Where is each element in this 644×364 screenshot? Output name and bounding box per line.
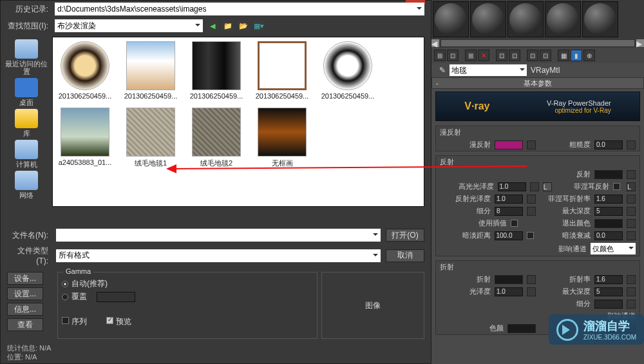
reflect-swatch[interactable] — [594, 170, 623, 179]
diffuse-swatch[interactable] — [495, 140, 523, 149]
affect-combo[interactable]: 仅颜色 — [591, 243, 636, 254]
place-library[interactable]: 库 — [3, 109, 50, 137]
material-slot[interactable] — [507, 1, 544, 37]
gamma-group: Gamma 自动(推荐) 覆盖 序列 预览 — [57, 272, 317, 339]
play-icon — [556, 319, 578, 341]
newfolder-icon[interactable]: 📂 — [238, 20, 249, 32]
checker-icon[interactable]: ▦ — [558, 50, 569, 61]
places-bar: 最近访问的位置 桌面 库 计算机 网络 — [3, 37, 50, 225]
file-item[interactable]: 201306250459... — [122, 41, 179, 100]
assign-icon[interactable]: ⊞ — [465, 50, 477, 61]
open-button[interactable]: 打开(O) — [386, 229, 424, 242]
history-label: 历史记录: — [7, 4, 51, 15]
material-slots[interactable] — [431, 0, 644, 39]
roughness-map-button[interactable] — [627, 140, 636, 149]
material-slot[interactable] — [582, 1, 618, 37]
cancel-button[interactable]: 取消 — [386, 249, 424, 262]
file-item[interactable]: a24053883_01... — [57, 108, 113, 168]
show-map-icon[interactable]: ▮ — [571, 50, 582, 61]
reflect-group: 反射 反射 高光光泽度1.0L菲涅耳反射L 反射光泽度1.0菲涅耳折射率1.6 … — [435, 155, 640, 256]
material-type-label: VRayMtl — [531, 66, 560, 75]
info-button[interactable]: 信息... — [7, 303, 43, 316]
roughness-spinner[interactable]: 0.0 — [594, 140, 623, 149]
watermark: 溜溜自学 ZIXUE.3D66.COM — [549, 314, 644, 345]
place-network[interactable]: 网络 — [3, 171, 50, 199]
file-item[interactable]: 201306250459... — [188, 41, 245, 100]
setup-button[interactable]: 设置... — [7, 287, 43, 300]
diffuse-map-button[interactable] — [527, 140, 536, 149]
gamma-auto-radio[interactable]: 自动(推荐) — [62, 278, 313, 289]
lookin-label: 查找范围(I): — [7, 21, 51, 32]
material-slot[interactable] — [433, 1, 469, 37]
gamma-spinner[interactable] — [97, 292, 135, 302]
file-item[interactable]: 201306250459... — [319, 41, 376, 100]
tool-icon[interactable]: ⊡ — [509, 50, 520, 61]
slot-scroll-h[interactable]: ◀▶ — [431, 39, 644, 48]
file-item[interactable]: 无框画 — [254, 108, 310, 168]
sequence-check[interactable]: 序列 — [62, 316, 87, 327]
material-toolbar: ⊞ ⊡ ⊞ ✕ ⊡ ⊡ ⊡ ⊡ ▦ ▮ ⊕ — [431, 48, 644, 63]
gamma-override-radio[interactable]: 覆盖 — [62, 291, 313, 302]
status-area: 统计信息: N/A 位置: N/A — [1, 341, 431, 363]
diffuse-group: 漫反射 漫反射 粗糙度 0.0 — [435, 126, 640, 151]
put-to-scene-icon[interactable]: ⊡ — [447, 50, 459, 61]
place-desktop[interactable]: 桌面 — [3, 78, 50, 106]
history-combo[interactable]: d:\Documents\3dsMax\sceneassets\images — [55, 3, 424, 15]
views-icon[interactable]: ▦▾ — [253, 20, 265, 32]
tool-icon[interactable]: ⊡ — [496, 50, 507, 61]
slot-scroll-v[interactable] — [620, 1, 629, 37]
filetype-label: 文件类型(T): — [7, 245, 51, 265]
vray-banner: V·ray V-Ray PowerShaderoptimized for V-R… — [435, 91, 640, 121]
gamma-title: Gamma — [63, 267, 93, 275]
vray-logo: V·ray — [464, 101, 489, 112]
filename-label: 文件名(N): — [7, 230, 51, 241]
tool-icon[interactable]: ⊡ — [527, 50, 538, 61]
tool-icon[interactable]: ⊕ — [583, 50, 595, 61]
filetype-combo[interactable]: 所有格式 — [56, 249, 381, 262]
material-slot[interactable] — [470, 1, 506, 37]
place-computer[interactable]: 计算机 — [3, 140, 50, 168]
dropper-icon[interactable]: ✎ — [439, 66, 446, 75]
place-recent[interactable]: 最近访问的位置 — [3, 39, 50, 75]
get-material-icon[interactable]: ⊞ — [434, 50, 446, 61]
tool-icon[interactable]: ⊡ — [540, 50, 551, 61]
rollout-basic[interactable]: 基本参数 — [431, 77, 644, 89]
file-item[interactable]: 201306250459... — [254, 41, 310, 100]
lookin-combo[interactable]: 布沙发渲染 — [55, 19, 203, 32]
preview-check[interactable]: 预览 — [106, 316, 131, 327]
delete-icon[interactable]: ✕ — [478, 50, 489, 61]
material-name-input[interactable]: 地毯 — [450, 64, 527, 76]
filename-input[interactable] — [56, 229, 381, 242]
file-list[interactable]: 201306250459... 201306250459... 20130625… — [52, 37, 424, 207]
device-button[interactable]: 设备... — [7, 272, 43, 285]
view-button[interactable]: 查看 — [7, 318, 43, 331]
preview-box: 图像 — [321, 272, 424, 339]
up-icon[interactable]: 📁 — [222, 20, 234, 32]
material-slot[interactable] — [545, 1, 581, 37]
file-item[interactable]: 201306250459... — [57, 41, 113, 100]
file-item[interactable]: 绒毛地毯1 — [122, 108, 179, 168]
file-item[interactable]: 绒毛地毯2 — [188, 108, 245, 168]
back-icon[interactable]: ◀ — [207, 20, 218, 32]
